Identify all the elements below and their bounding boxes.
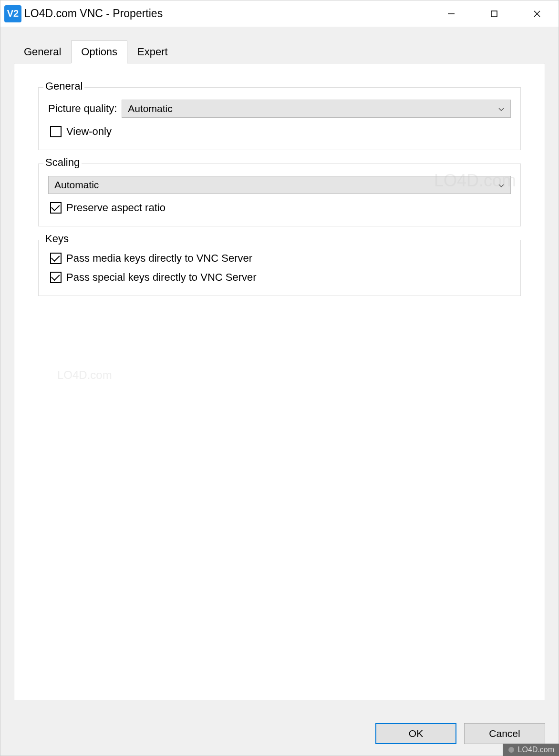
watermark-icon — [507, 746, 515, 754]
pass-special-checkbox-row[interactable]: Pass special keys directly to VNC Server — [48, 271, 511, 284]
preserve-aspect-checkbox — [50, 202, 62, 214]
tab-options[interactable]: Options — [71, 41, 127, 63]
maximize-icon — [490, 10, 498, 18]
titlebar: V2 LO4D.com VNC - Properties — [0, 0, 559, 27]
scaling-row: Automatic — [48, 176, 511, 194]
watermark-badge: LO4D.com — [503, 744, 559, 756]
tab-expert[interactable]: Expert — [127, 41, 178, 63]
close-icon — [533, 10, 541, 18]
svg-point-4 — [508, 747, 514, 753]
pass-media-label: Pass media keys directly to VNC Server — [66, 252, 252, 265]
dialog-button-bar: OK Cancel — [0, 714, 559, 756]
ok-button[interactable]: OK — [375, 723, 456, 744]
group-keys-legend: Keys — [43, 233, 71, 245]
group-general-legend: General — [43, 80, 84, 92]
group-keys: Keys Pass media keys directly to VNC Ser… — [38, 240, 521, 296]
cancel-button[interactable]: Cancel — [464, 723, 545, 744]
tabs: General Options Expert — [14, 41, 545, 63]
pass-special-label: Pass special keys directly to VNC Server — [66, 271, 257, 284]
group-scaling-legend: Scaling — [43, 156, 82, 169]
chevron-down-icon — [498, 103, 505, 114]
view-only-checkbox — [50, 126, 62, 137]
close-button[interactable] — [516, 0, 559, 27]
minimize-button[interactable] — [430, 0, 473, 27]
picture-quality-dropdown[interactable]: Automatic — [122, 100, 511, 118]
scaling-dropdown[interactable]: Automatic — [48, 176, 511, 194]
window-controls — [430, 0, 559, 27]
pass-media-checkbox — [50, 253, 62, 264]
group-scaling: Scaling Automatic Preserve aspect ratio — [38, 163, 521, 226]
svg-rect-1 — [491, 11, 497, 17]
view-only-label: View-only — [66, 125, 112, 138]
window-title: LO4D.com VNC - Properties — [24, 7, 163, 20]
tab-general[interactable]: General — [14, 41, 71, 63]
app-icon: V2 — [4, 5, 21, 22]
tab-panel-options: General Picture quality: Automatic View-… — [14, 63, 545, 700]
picture-quality-value: Automatic — [128, 103, 172, 114]
group-general: General Picture quality: Automatic View-… — [38, 87, 521, 150]
watermark-text: LO4D.com — [518, 746, 554, 754]
scaling-value: Automatic — [54, 179, 99, 191]
maximize-button[interactable] — [473, 0, 516, 27]
picture-quality-label: Picture quality: — [48, 102, 117, 115]
pass-special-checkbox — [50, 272, 62, 283]
properties-window: V2 LO4D.com VNC - Properties General Opt… — [0, 0, 559, 756]
watermark-ghost: LO4D.com — [57, 368, 112, 382]
pass-media-checkbox-row[interactable]: Pass media keys directly to VNC Server — [48, 252, 511, 265]
preserve-aspect-label: Preserve aspect ratio — [66, 202, 166, 214]
view-only-checkbox-row[interactable]: View-only — [48, 125, 511, 138]
chevron-down-icon — [498, 179, 505, 191]
content-area: General Options Expert General Picture q… — [0, 27, 559, 714]
minimize-icon — [447, 10, 455, 18]
picture-quality-row: Picture quality: Automatic — [48, 100, 511, 118]
preserve-aspect-checkbox-row[interactable]: Preserve aspect ratio — [48, 202, 511, 214]
